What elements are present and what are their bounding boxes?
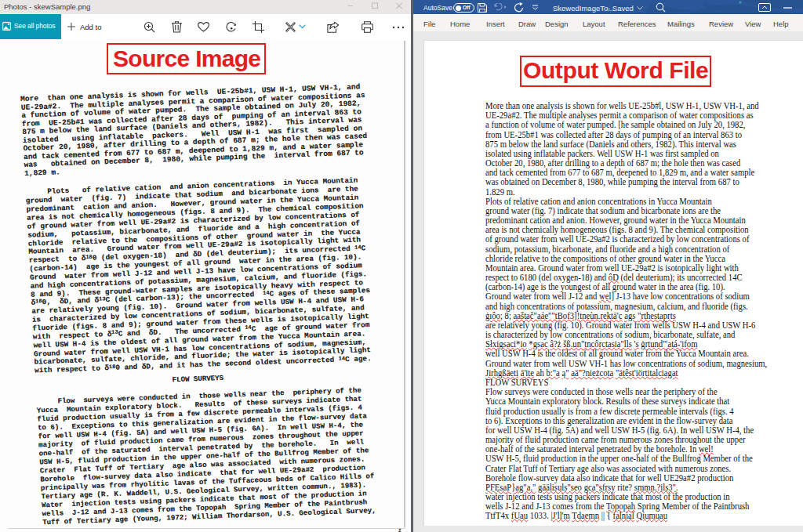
svg-text:Add to: Add to	[80, 23, 101, 31]
